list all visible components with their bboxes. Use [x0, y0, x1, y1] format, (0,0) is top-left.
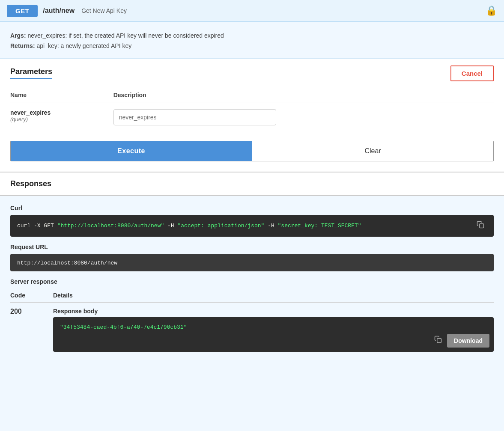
response-table: Code Details 200 Response body "34f53484… [10, 288, 494, 357]
param-name-cell: never_expires (query) [10, 102, 113, 132]
svg-rect-0 [480, 223, 484, 228]
returns-text: api_key: a newly generated API key [36, 42, 131, 49]
lock-icon: 🔒 [486, 5, 497, 16]
responses-section: Responses [0, 172, 504, 196]
request-url-label: Request URL [10, 244, 494, 250]
curl-header-2: -H [264, 223, 277, 229]
curl-box: curl -X GET "http://localhost:8080/auth/… [10, 215, 494, 237]
responses-title: Responses [10, 179, 51, 188]
param-type: (query) [10, 116, 108, 122]
args-line: Args: never_expires: if set, the created… [10, 31, 494, 41]
copy-body-button[interactable] [432, 334, 444, 347]
response-row: 200 Response body "34f53484-caed-4bf6-a7… [10, 302, 494, 357]
curl-header-1: -H [164, 223, 177, 229]
parameters-section: Parameters Cancel Name Description never… [0, 59, 504, 172]
request-url-box: http://localhost:8080/auth/new [10, 254, 494, 271]
action-buttons: Execute Clear [10, 141, 494, 161]
param-name: never_expires [10, 109, 108, 116]
curl-url: "http://localhost:8080/auth/new" [57, 223, 164, 229]
table-row: never_expires (query) [10, 102, 494, 132]
method-badge: GET [7, 5, 38, 17]
response-body-text: "34f53484-caed-4bf6-a740-7e4c1790cb31" [60, 324, 187, 330]
copy-curl-button[interactable] [474, 220, 487, 232]
header-bar: GET /auth/new Get New Api Key 🔒 [0, 0, 504, 22]
code-col-header: Code [10, 288, 53, 303]
server-response-label: Server response [10, 278, 494, 285]
response-code: 200 [10, 302, 53, 357]
args-label: Args: [10, 32, 26, 39]
parameters-header: Parameters Cancel [10, 65, 494, 81]
endpoint-path: /auth/new [43, 7, 75, 15]
response-details-cell: Response body "34f53484-caed-4bf6-a740-7… [53, 302, 494, 357]
returns-label: Returns: [10, 42, 35, 49]
svg-rect-1 [437, 339, 441, 343]
never-expires-input[interactable] [113, 109, 276, 125]
cancel-button[interactable]: Cancel [450, 65, 494, 81]
details-col-header: Details [53, 288, 494, 303]
download-button[interactable]: Download [447, 334, 489, 348]
returns-line: Returns: api_key: a newly generated API … [10, 41, 494, 51]
curl-secret: "secret_key: TEST_SECRET" [278, 223, 361, 229]
clear-button[interactable]: Clear [252, 141, 493, 161]
curl-accept: "accept: application/json" [177, 223, 264, 229]
col-name: Name [10, 88, 113, 102]
response-body-box: "34f53484-caed-4bf6-a740-7e4c1790cb31" D… [53, 317, 494, 352]
curl-label: Curl [10, 205, 494, 211]
description-section: Args: never_expires: if set, the created… [0, 22, 504, 59]
parameters-title: Parameters [10, 67, 52, 79]
param-input-cell[interactable] [113, 102, 494, 132]
response-body-label: Response body [53, 308, 494, 315]
col-description: Description [113, 88, 494, 102]
curl-cmd: curl -X GET [17, 223, 57, 229]
curl-text: curl -X GET "http://localhost:8080/auth/… [17, 223, 361, 229]
response-body-actions: Download [432, 334, 489, 348]
request-url-text: http://localhost:8080/auth/new [17, 260, 117, 266]
execute-button[interactable]: Execute [11, 141, 252, 161]
endpoint-description: Get New Api Key [81, 7, 127, 14]
args-text: never_expires: if set, the created API k… [27, 32, 224, 39]
response-details: Curl curl -X GET "http://localhost:8080/… [0, 196, 504, 367]
parameters-table: Name Description never_expires (query) [10, 88, 494, 132]
